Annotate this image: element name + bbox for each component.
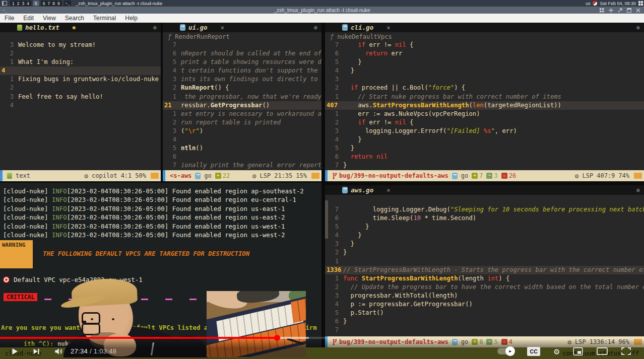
- window-title: _zsh_tmux_plugin_run attach -t cloud-nuk…: [0, 8, 644, 13]
- app-grid-icon[interactable]: [638, 1, 643, 6]
- warning-message: THE FOLLOWING DEFAULT VPCS ARE TARGETED …: [43, 250, 249, 257]
- mode-indicator: [325, 170, 328, 181]
- buffer-close-icon[interactable]: ⊗: [636, 24, 640, 31]
- autoplay-toggle[interactable]: ▶: [497, 348, 513, 354]
- code-line: 5ntln(): [163, 144, 321, 153]
- workspace-button-8[interactable]: 8: [52, 1, 55, 6]
- tab-aws-go[interactable]: aws.go: [351, 186, 373, 194]
- menu-item-view[interactable]: View: [38, 15, 60, 22]
- code-line: 6 time.Sleep(10 * time.Second): [325, 214, 644, 223]
- workspace-button-9[interactable]: 9: [57, 1, 60, 6]
- menu-item-terminal[interactable]: Terminal: [89, 15, 120, 22]
- code-line: 5 }: [325, 58, 644, 66]
- copilot-label: copilot: [92, 172, 117, 179]
- cursor-position: 407:9: [597, 172, 615, 179]
- code-line: 2 if proceed || c.Bool("force") {: [325, 84, 644, 92]
- go-lang-icon: [195, 173, 201, 179]
- workspace-button-3[interactable]: 3: [22, 1, 24, 6]
- buffer-close-icon[interactable]: ⊗: [314, 24, 317, 31]
- cli-code-area[interactable]: 7 if err != nil {6 return err5 }4 }32 if…: [325, 41, 644, 170]
- log-line: [cloud-nuke] INFO[2023-02-04T08:30:26-05…: [3, 204, 304, 213]
- cursor-position: 21:35: [274, 172, 292, 179]
- captions-button[interactable]: CC: [527, 347, 540, 356]
- lsp-label: LSP: [583, 172, 594, 179]
- code-line: 7 if err != nil {: [325, 41, 644, 49]
- tab-close-icon[interactable]: ×: [387, 187, 390, 194]
- code-line: 5 }: [325, 223, 644, 231]
- menu-item-search[interactable]: Search: [60, 15, 89, 22]
- taskbar-window-title[interactable]: _zsh_tmux_plugin_run attach -t cloud-nuk…: [76, 1, 162, 6]
- video-seekbar[interactable]: [0, 337, 644, 339]
- keyboard-layout-indicator[interactable]: us: [586, 1, 591, 6]
- window-grid-icon[interactable]: [600, 8, 604, 13]
- tab-cli-go[interactable]: cli.go: [351, 24, 373, 31]
- cli-tabbar: cli.go × ⊗: [325, 23, 644, 32]
- log-line: [cloud-nuke] INFO[2023-02-04T08:30:26-05…: [3, 213, 304, 222]
- code-line: 6nReport should be called at the end of …: [163, 49, 321, 58]
- code-line: 1 the progressbar, now that we're ready …: [163, 93, 321, 101]
- git-branch-label: <s-aws: [170, 172, 191, 179]
- miniplayer-button[interactable]: [573, 347, 583, 355]
- code-line: 4 }: [325, 135, 644, 144]
- function-symbol-icon: ƒ: [168, 33, 171, 40]
- code-line: 2 if err != nil {: [325, 118, 644, 127]
- time-display: 27:34 / 1:03:48: [71, 347, 116, 355]
- window-close-icon[interactable]: [636, 8, 640, 13]
- fullscreen-button[interactable]: [621, 347, 631, 355]
- play-button[interactable]: [10, 347, 19, 356]
- buffer-close-icon[interactable]: ⊗: [153, 24, 157, 31]
- menu-item-edit[interactable]: Edit: [19, 15, 38, 22]
- code-line: 4: [163, 135, 321, 144]
- hello-statusline: text ⚙ copilot 4:1 50%: [0, 170, 161, 181]
- tab-close-icon[interactable]: ×: [221, 24, 224, 31]
- ui-code-area[interactable]: 76nReport should be called at the end of…: [163, 41, 321, 170]
- hello-code-area[interactable]: 3Welcome to my stream!21What I'm doing:4…: [0, 41, 161, 170]
- modified-dot-icon: ●: [73, 25, 76, 30]
- code-line: 4: [0, 101, 161, 110]
- workspace-button-1[interactable]: 1: [12, 1, 15, 6]
- window-move-icon[interactable]: [609, 8, 613, 13]
- code-line: 7ionally print the general error report,…: [163, 161, 321, 170]
- scrollbar[interactable]: [325, 200, 328, 239]
- buffer-close-icon[interactable]: ⊗: [636, 187, 640, 194]
- code-line: 6: [163, 153, 321, 161]
- aws-code-area[interactable]: 7 logging.Logger.Debug("Sleeping for 10 …: [325, 205, 644, 336]
- menu-item-help[interactable]: Help: [120, 15, 142, 22]
- autoplay-play-icon: ▶: [505, 346, 515, 356]
- workspace-button-2[interactable]: 2: [17, 1, 20, 6]
- tab-ui-go[interactable]: ui.go: [188, 24, 208, 31]
- code-line: 1 err := aws.NukeVpcs(vpcPerRegion): [325, 110, 644, 118]
- workspace-button-7[interactable]: 7: [47, 1, 50, 6]
- theater-mode-button[interactable]: [597, 347, 608, 355]
- code-line: 5print a table showing resources were de…: [163, 58, 321, 66]
- function-symbol-icon: ƒ: [330, 33, 334, 40]
- terminal-launcher-button[interactable]: >_: [64, 1, 72, 6]
- next-button[interactable]: [32, 347, 40, 355]
- menubar: FileEditViewSearchTerminalHelp: [0, 14, 644, 23]
- code-line: 7: [163, 41, 321, 49]
- code-line: 1Fixing bugs in gruntwork-io/cloud-nuke: [0, 75, 161, 84]
- breadcrumb-function-name: RenderRunReport: [175, 33, 229, 40]
- workspace-button-4[interactable]: 4: [27, 1, 29, 6]
- code-line: 2run report table is printed: [163, 118, 321, 127]
- code-line: 3("\r"): [163, 127, 321, 135]
- code-line: 4 }: [325, 231, 644, 240]
- workspace-button-6[interactable]: 6: [43, 1, 45, 6]
- eye: [91, 318, 93, 320]
- window-shade-icon[interactable]: [627, 8, 631, 13]
- workspace-button-5[interactable]: 5: [35, 1, 37, 6]
- go-lang-icon: [452, 173, 458, 179]
- code-line: 1What I'm doing:: [0, 58, 161, 66]
- menu-item-file[interactable]: File: [0, 15, 19, 22]
- code-line: 2}: [325, 248, 644, 257]
- volume-button[interactable]: [53, 347, 63, 356]
- tab-hello-txt[interactable]: hello.txt: [25, 24, 59, 31]
- warning-badge: WARNING: [0, 240, 33, 268]
- git-branch: bug/399-no-output-defaults-aws: [332, 172, 448, 179]
- window-pin-icon[interactable]: [618, 8, 622, 13]
- settings-gear-button[interactable]: ⚙: [554, 346, 559, 356]
- code-line: 3 progressbar.WithTotal(length): [325, 292, 644, 300]
- code-line: 7}: [325, 161, 644, 170]
- tab-close-icon[interactable]: ×: [387, 24, 390, 31]
- recording-indicator-icon[interactable]: [593, 1, 597, 6]
